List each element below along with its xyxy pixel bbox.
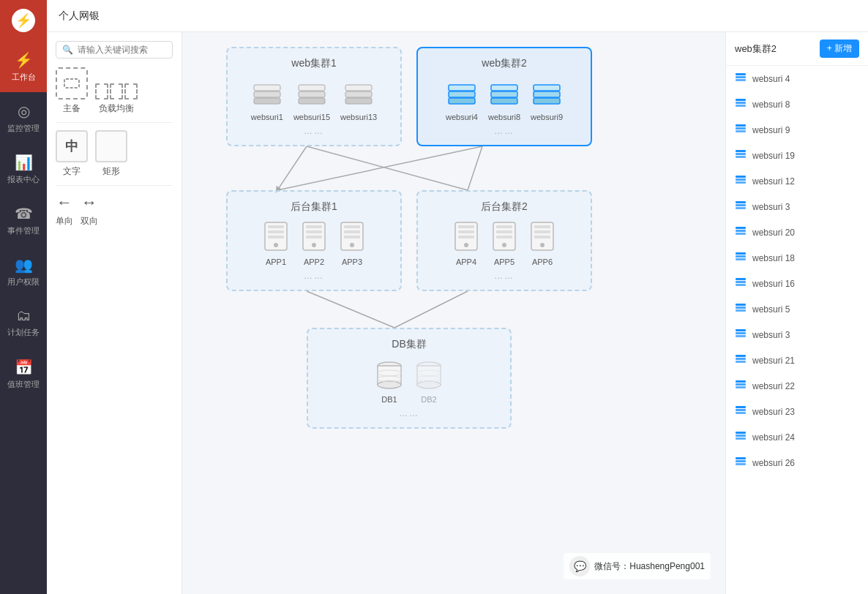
svg-rect-11 xyxy=(449,91,475,97)
events-icon: ☎ xyxy=(15,205,33,222)
node-websuri1[interactable]: websuri1 xyxy=(251,78,283,121)
search-box[interactable]: 🔍 xyxy=(56,41,173,59)
svg-rect-6 xyxy=(299,85,325,91)
list-item[interactable]: websuri 18 xyxy=(726,245,868,271)
tool-shape[interactable]: 矩形 xyxy=(95,130,127,178)
node-db2[interactable]: DB2 xyxy=(414,358,444,404)
svg-rect-18 xyxy=(534,85,560,91)
report-icon: 📊 xyxy=(15,154,33,171)
list-item[interactable]: websuri 22 xyxy=(726,373,868,399)
node-app3[interactable]: APP3 xyxy=(338,221,366,266)
list-item[interactable]: websuri 4 xyxy=(726,66,868,91)
tool-arrow-double[interactable]: ↔ 双向 xyxy=(81,193,98,228)
layer-icon xyxy=(735,174,747,188)
tool-arrow-single[interactable]: ← 单向 xyxy=(56,193,73,228)
node-websuri9[interactable]: websuri9 xyxy=(531,78,563,121)
websuri8-label: websuri8 xyxy=(488,113,520,121)
node-websuri8[interactable]: websuri8 xyxy=(488,78,520,121)
search-input[interactable] xyxy=(78,45,166,55)
right-panel-list: websuri 4 websuri 8 websuri 9 websuri 19 xyxy=(726,66,868,594)
app5-label: APP5 xyxy=(494,257,515,266)
sidebar-item-workbench[interactable]: ⚡ 工作台 xyxy=(0,41,47,92)
list-item-text: websuri 12 xyxy=(752,176,795,187)
add-button[interactable]: + 新增 xyxy=(820,40,859,58)
svg-rect-92 xyxy=(736,309,746,312)
svg-rect-107 xyxy=(736,437,746,440)
node-websuri4[interactable]: websuri4 xyxy=(446,78,478,121)
node-app4[interactable]: APP4 xyxy=(452,221,480,266)
backend-cluster-1[interactable]: 后台集群1 APP1 xyxy=(226,190,402,291)
app6-label: APP6 xyxy=(532,257,553,266)
svg-rect-69 xyxy=(736,102,746,104)
main-wrapper: 个人网银 🔍 主备 xyxy=(47,0,868,594)
layer-icon xyxy=(735,456,747,470)
svg-rect-74 xyxy=(736,156,746,158)
sidebar-item-label: 计划任务 xyxy=(7,327,40,338)
svg-rect-26 xyxy=(268,236,284,238)
list-item[interactable]: websuri 9 xyxy=(726,117,868,143)
backend-clusters-row: 后台集群1 APP1 xyxy=(226,190,592,291)
tools-row-3: ← 单向 ↔ 双向 xyxy=(56,193,173,228)
node-websuri15[interactable]: websuri15 xyxy=(293,78,330,121)
layer-icon xyxy=(735,225,747,239)
list-item[interactable]: websuri 5 xyxy=(726,296,868,322)
list-item[interactable]: websuri 23 xyxy=(726,399,868,424)
node-db1[interactable]: DB1 xyxy=(375,358,404,404)
list-item[interactable]: websuri 20 xyxy=(726,219,868,245)
svg-rect-5 xyxy=(299,91,325,97)
tool-text[interactable]: 中 文字 xyxy=(56,130,88,178)
sidebar-item-events[interactable]: ☎ 事件管理 xyxy=(0,195,47,246)
list-item-text: websuri 19 xyxy=(752,151,795,161)
list-item-text: websuri 24 xyxy=(752,432,795,443)
svg-rect-15 xyxy=(491,85,517,91)
list-item[interactable]: websuri 16 xyxy=(726,271,868,296)
db1-label: DB1 xyxy=(381,395,397,404)
topology-container: web集群1 websuri1 xyxy=(197,47,621,574)
node-app1[interactable]: APP1 xyxy=(262,221,290,266)
svg-rect-24 xyxy=(268,225,284,228)
sidebar-item-report[interactable]: 📊 报表中心 xyxy=(0,143,47,195)
svg-rect-97 xyxy=(736,329,746,331)
svg-rect-40 xyxy=(458,230,474,233)
web-cluster-2-nodes: websuri4 websuri8 xyxy=(446,78,563,121)
svg-rect-103 xyxy=(736,380,746,383)
standby-icon xyxy=(56,67,88,99)
sidebar-item-users[interactable]: 👥 用户权限 xyxy=(0,246,47,297)
sidebar-item-tasks[interactable]: 🗂 计划任务 xyxy=(0,297,47,348)
svg-rect-29 xyxy=(306,225,322,228)
sidebar-logo[interactable]: ⚡ xyxy=(0,0,47,41)
sidebar-item-label: 工作台 xyxy=(12,72,36,83)
svg-rect-0 xyxy=(64,79,79,88)
list-item[interactable]: websuri 3 xyxy=(726,322,868,347)
list-item[interactable]: websuri 8 xyxy=(726,91,868,117)
node-app5[interactable]: APP5 xyxy=(490,221,518,266)
backend-cluster-2[interactable]: 后台集群2 APP4 xyxy=(416,190,592,291)
list-item[interactable]: websuri 24 xyxy=(726,424,868,450)
sidebar-item-oncall[interactable]: 📅 值班管理 xyxy=(0,348,47,399)
web-cluster-2-dots: …… xyxy=(427,126,582,136)
tool-standby[interactable]: 主备 xyxy=(56,67,88,115)
web-cluster-2[interactable]: web集群2 websuri4 xyxy=(416,47,592,146)
list-item[interactable]: websuri 3 xyxy=(726,194,868,219)
websuri15-label: websuri15 xyxy=(293,113,330,121)
tasks-icon: 🗂 xyxy=(16,307,31,324)
svg-rect-78 xyxy=(736,178,746,181)
layer-icon xyxy=(735,251,747,265)
list-item[interactable]: websuri 26 xyxy=(726,450,868,475)
list-item[interactable]: websuri 12 xyxy=(726,168,868,194)
node-websuri13[interactable]: websuri13 xyxy=(340,78,377,121)
node-app2[interactable]: APP2 xyxy=(300,221,328,266)
sidebar-item-monitor[interactable]: ◎ 监控管理 xyxy=(0,92,47,143)
web-cluster-1[interactable]: web集群1 websuri1 xyxy=(226,47,402,146)
node-app6[interactable]: APP6 xyxy=(528,221,556,266)
svg-rect-12 xyxy=(449,85,475,91)
list-item[interactable]: websuri 19 xyxy=(726,143,868,168)
svg-rect-80 xyxy=(736,207,746,209)
backend-cluster-1-title: 后台集群1 xyxy=(291,200,337,214)
backend-cluster-2-dots: …… xyxy=(427,271,582,281)
canvas-area: web集群1 websuri1 xyxy=(182,32,725,594)
db-cluster[interactable]: DB集群 DB1 xyxy=(307,328,512,429)
list-item[interactable]: websuri 21 xyxy=(726,347,868,373)
tool-lb[interactable]: 负载均衡 xyxy=(95,83,138,115)
list-item-text: websuri 5 xyxy=(752,304,790,315)
